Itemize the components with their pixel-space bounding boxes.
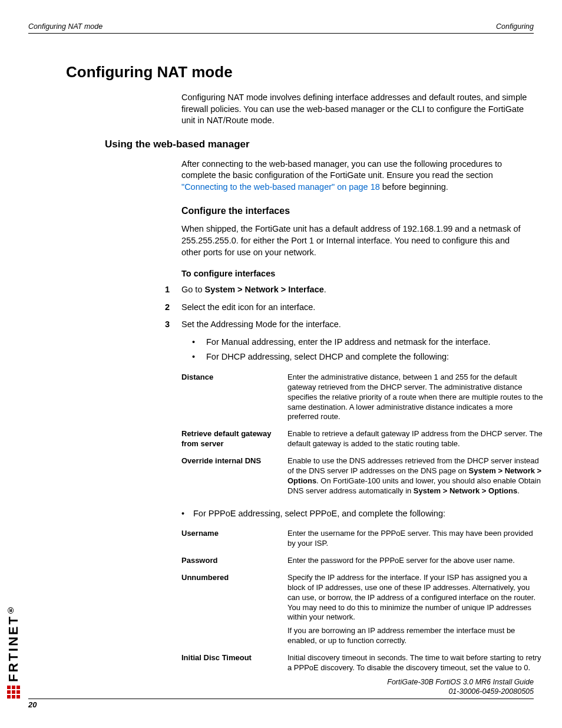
intro-paragraph: Configuring NAT mode involves defining i… (181, 92, 528, 127)
list-item: • For DHCP addressing, select DHCP and c… (192, 351, 528, 363)
menu-path: System > Network > Interface (205, 285, 324, 294)
description: Enable to retrieve a default gateway IP … (287, 427, 547, 454)
table-row: Override internal DNS Enable to use the … (181, 454, 547, 501)
list-item: 3 Set the Addressing Mode for the interf… (160, 319, 528, 331)
term: Password (181, 554, 287, 571)
subsection-heading: Configure the interfaces (181, 206, 534, 216)
term: Override internal DNS (181, 454, 287, 501)
table-row: Initial Disc Timeout Initial discovery t… (181, 651, 547, 678)
section-heading: Using the web-based manager (105, 139, 534, 150)
page-number: 20 (28, 700, 37, 709)
table-row: Password Enter the password for the PPPo… (181, 554, 547, 571)
table-row: Distance Enter the administrative distan… (181, 370, 547, 427)
header-left: Configuring NAT mode (28, 22, 103, 31)
logo-text: FRTINET® (6, 604, 21, 682)
procedure-heading: To configure interfaces (181, 269, 534, 278)
table-row: Unnumbered Specify the IP address for th… (181, 571, 547, 651)
page-title: Configuring NAT mode (66, 63, 534, 81)
description: Enter the password for the PPPoE server … (287, 554, 547, 571)
description: Enable to use the DNS addresses retrieve… (287, 454, 547, 501)
table-row: Username Enter the username for the PPPo… (181, 526, 547, 554)
fortinet-icon (7, 686, 20, 699)
footer-doc-id: 01-30006-0459-20080505 (28, 687, 534, 696)
term: Unnumbered (181, 571, 287, 651)
table-row: Retrieve default gateway from server Ena… (181, 427, 547, 454)
description: Enter the username for the PPPoE server.… (287, 526, 547, 554)
description: Specify the IP address for the interface… (287, 571, 547, 651)
dhcp-options-table: Distance Enter the administrative distan… (181, 370, 547, 501)
bullet-list: • For PPPoE addressing, select PPPoE, an… (181, 508, 528, 520)
page-header: Configuring NAT mode Configuring (28, 22, 534, 34)
page-footer: FortiGate-30B FortiOS 3.0 MR6 Install Gu… (28, 677, 534, 710)
fortinet-logo: FRTINET® (6, 557, 21, 699)
page: Configuring NAT mode Configuring Configu… (0, 0, 562, 728)
list-item: 1 Go to System > Network > Interface. (160, 284, 528, 296)
numbered-list: 1 Go to System > Network > Interface. 2 … (160, 284, 528, 331)
description: Enter the administrative distance, betwe… (287, 370, 547, 427)
description: Initial discovery timeout in seconds. Th… (287, 651, 547, 678)
term: Username (181, 526, 287, 554)
term: Initial Disc Timeout (181, 651, 287, 678)
list-item: • For Manual addressing, enter the IP ad… (192, 337, 528, 348)
subsection-paragraph: When shipped, the FortiGate unit has a d… (181, 223, 528, 258)
section-paragraph: After connecting to the web-based manage… (181, 159, 528, 193)
bullet-list: • For Manual addressing, enter the IP ad… (192, 337, 528, 363)
footer-doc-title: FortiGate-30B FortiOS 3.0 MR6 Install Gu… (28, 677, 534, 687)
term: Distance (181, 370, 287, 427)
pppoe-options-table: Username Enter the username for the PPPo… (181, 526, 547, 678)
term: Retrieve default gateway from server (181, 427, 287, 454)
header-right: Configuring (496, 22, 534, 31)
cross-reference-link[interactable]: "Connecting to the web-based manager" on… (181, 182, 380, 192)
list-item: 2 Select the edit icon for an interface. (160, 302, 528, 314)
list-item: • For PPPoE addressing, select PPPoE, an… (181, 508, 528, 520)
